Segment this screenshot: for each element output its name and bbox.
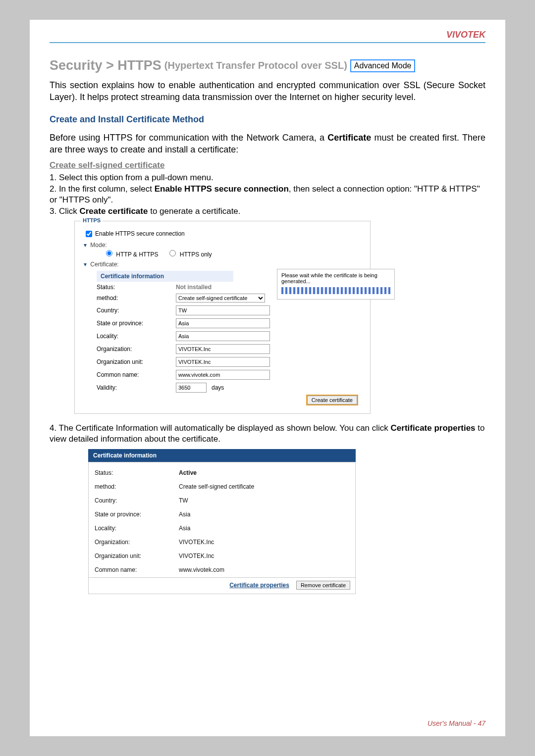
radio-http-https-input[interactable] xyxy=(106,250,112,256)
step-2a: 2. In the first column, select xyxy=(50,184,155,194)
locality-value-2: Asia xyxy=(179,525,349,532)
org-value-2: VIVOTEK.Inc xyxy=(179,539,349,546)
before-p-bold: Certificate xyxy=(327,133,371,143)
page-heading: Security > HTTPS (Hypertext Transfer Pro… xyxy=(50,58,485,73)
cert-info-title: Certificate information xyxy=(88,449,356,462)
expand-icon[interactable]: ▾ xyxy=(84,261,87,268)
certificate-properties-link[interactable]: Certificate properties xyxy=(229,582,289,589)
cert-form: Status: Not installed method: Create sel… xyxy=(97,284,361,393)
footer-label: User's Manual - xyxy=(428,719,476,727)
step-3c: to generate a certificate. xyxy=(148,206,240,216)
generating-certificate-dialog: Please wait while the certificate is bei… xyxy=(277,269,395,300)
progress-bar xyxy=(281,287,390,294)
certificate-label: Certificate: xyxy=(90,261,118,268)
status-label-2: Status: xyxy=(95,469,179,476)
country-value-2: TW xyxy=(179,497,349,504)
method-value-2: Create self-signed certificate xyxy=(179,483,349,490)
heading-main: Security > HTTPS xyxy=(50,58,161,73)
org-label: Organization: xyxy=(97,346,176,353)
expand-icon[interactable]: ▾ xyxy=(84,242,87,249)
advanced-mode-badge: Advanced Mode xyxy=(350,59,416,72)
steps-block-2: 4. The Certificate Information will auto… xyxy=(50,423,485,445)
mode-label: Mode: xyxy=(90,242,107,249)
validity-input[interactable] xyxy=(176,383,207,393)
state-input[interactable] xyxy=(176,318,270,328)
step-4b: Certificate properties xyxy=(391,423,476,433)
create-certificate-button[interactable]: Create certificate xyxy=(307,396,357,404)
step-3: 3. Click Create certificate to generate … xyxy=(50,206,485,217)
step-4a: 4. The Certificate Information will auto… xyxy=(50,423,391,433)
step-4: 4. The Certificate Information will auto… xyxy=(50,423,485,445)
common-label: Common name: xyxy=(97,371,176,378)
locality-input[interactable] xyxy=(176,331,270,341)
method-select[interactable]: Create self-signed certificate xyxy=(176,294,265,302)
manual-page: VIVOTEK Security > HTTPS (Hypertext Tran… xyxy=(30,20,505,736)
step-3a: 3. Click xyxy=(50,206,79,216)
selfsigned-heading: Create self-signed certificate xyxy=(50,160,485,170)
status-label: Status: xyxy=(97,284,176,291)
radio-http-https-label: HTTP & HTTPS xyxy=(116,251,158,258)
locality-label-2: Locality: xyxy=(95,525,179,532)
generating-certificate-text: Please wait while the certificate is bei… xyxy=(281,272,390,284)
validity-label: Validity: xyxy=(97,384,176,391)
radio-https-only-input[interactable] xyxy=(169,250,176,256)
radio-https-only[interactable]: HTTPS only xyxy=(167,249,212,258)
state-label: State or province: xyxy=(97,320,176,327)
brand-name: VIVOTEK xyxy=(446,30,485,40)
orgunit-label-2: Organization unit: xyxy=(95,553,179,559)
intro-paragraph: This section explains how to enable auth… xyxy=(50,79,485,103)
org-label-2: Organization: xyxy=(95,539,179,546)
country-label: Country: xyxy=(97,307,176,314)
https-frame-title: HTTPS xyxy=(81,217,103,223)
orgunit-input[interactable] xyxy=(176,357,270,367)
cert-info-panel: Certificate information Status: Active m… xyxy=(88,449,356,594)
common-input[interactable] xyxy=(176,370,270,380)
steps-block-1: 1. Select this option from a pull-down m… xyxy=(50,172,485,217)
enable-https-checkbox[interactable] xyxy=(86,231,92,237)
common-value-2: www.vivotek.com xyxy=(179,566,349,573)
orgunit-value-2: VIVOTEK.Inc xyxy=(179,553,349,559)
state-value-2: Asia xyxy=(179,511,349,518)
enable-https-label: Enable HTTPS secure connection xyxy=(95,230,185,237)
brand-bar: VIVOTEK xyxy=(50,30,485,43)
footer-page: 47 xyxy=(478,719,485,727)
validity-unit: days xyxy=(212,384,224,391)
orgunit-label: Organization unit: xyxy=(97,358,176,365)
step-1: 1. Select this option from a pull-down m… xyxy=(50,172,485,183)
radio-http-https[interactable]: HTTP & HTTPS xyxy=(104,249,158,258)
step-2: 2. In the first column, select Enable HT… xyxy=(50,184,485,206)
step-2b: Enable HTTPS secure connection xyxy=(155,184,289,194)
method-label-2: method: xyxy=(95,483,179,490)
remove-certificate-button[interactable]: Remove certificate xyxy=(296,581,350,590)
page-footer: User's Manual - 47 xyxy=(428,719,485,727)
step-3b: Create certificate xyxy=(79,206,148,216)
before-p-1: Before using HTTPS for communication wit… xyxy=(50,133,327,143)
country-label-2: Country: xyxy=(95,497,179,504)
heading-subtitle: (Hypertext Transfer Protocol over SSL) xyxy=(164,60,347,71)
status-value-2: Active xyxy=(179,469,349,476)
common-label-2: Common name: xyxy=(95,566,179,573)
state-label-2: State or province: xyxy=(95,511,179,518)
country-input[interactable] xyxy=(176,305,270,315)
https-config-panel: HTTPS Enable HTTPS secure connection ▾ M… xyxy=(74,221,371,414)
before-paragraph: Before using HTTPS for communication wit… xyxy=(50,132,485,156)
method-label: method: xyxy=(97,295,176,302)
cert-info-header: Certificate information xyxy=(97,271,233,282)
locality-label: Locality: xyxy=(97,333,176,340)
section-heading: Create and Install Certificate Method xyxy=(50,114,485,125)
radio-https-only-label: HTTPS only xyxy=(180,251,212,258)
org-input[interactable] xyxy=(176,344,270,354)
